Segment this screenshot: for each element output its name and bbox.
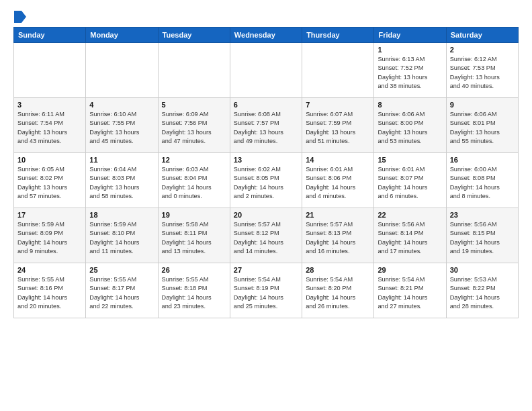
day-number: 18	[89, 211, 154, 219]
day-number: 20	[234, 211, 298, 219]
calendar-cell: 5Sunrise: 6:09 AM Sunset: 7:56 PM Daylig…	[158, 98, 230, 153]
day-number: 11	[89, 156, 154, 164]
calendar-cell: 19Sunrise: 5:58 AM Sunset: 8:11 PM Dayli…	[158, 208, 230, 263]
day-info: Sunrise: 5:55 AM Sunset: 8:16 PM Dayligh…	[17, 275, 82, 311]
calendar-cell: 17Sunrise: 5:59 AM Sunset: 8:09 PM Dayli…	[14, 208, 86, 263]
calendar-cell: 25Sunrise: 5:55 AM Sunset: 8:17 PM Dayli…	[86, 263, 158, 318]
day-number: 26	[162, 266, 226, 274]
day-number: 4	[89, 101, 154, 109]
day-info: Sunrise: 6:07 AM Sunset: 7:59 PM Dayligh…	[306, 110, 370, 146]
day-number: 6	[234, 101, 298, 109]
day-info: Sunrise: 6:01 AM Sunset: 8:07 PM Dayligh…	[378, 165, 442, 201]
day-number: 17	[17, 211, 82, 219]
col-header-thursday: Thursday	[302, 28, 374, 43]
calendar-cell: 24Sunrise: 5:55 AM Sunset: 8:16 PM Dayli…	[14, 263, 86, 318]
day-number: 13	[234, 156, 298, 164]
day-info: Sunrise: 5:55 AM Sunset: 8:18 PM Dayligh…	[162, 275, 226, 311]
day-number: 30	[450, 266, 515, 274]
day-number: 12	[162, 156, 226, 164]
day-info: Sunrise: 6:01 AM Sunset: 8:06 PM Dayligh…	[306, 165, 370, 201]
calendar-cell: 20Sunrise: 5:57 AM Sunset: 8:12 PM Dayli…	[230, 208, 302, 263]
calendar-cell: 11Sunrise: 6:04 AM Sunset: 8:03 PM Dayli…	[86, 153, 158, 208]
day-number: 29	[378, 266, 442, 274]
day-number: 19	[162, 211, 226, 219]
day-info: Sunrise: 5:59 AM Sunset: 8:09 PM Dayligh…	[17, 220, 82, 256]
day-info: Sunrise: 6:03 AM Sunset: 8:04 PM Dayligh…	[162, 165, 226, 201]
day-info: Sunrise: 6:06 AM Sunset: 8:01 PM Dayligh…	[450, 110, 515, 146]
calendar-cell	[14, 43, 86, 98]
calendar-cell: 14Sunrise: 6:01 AM Sunset: 8:06 PM Dayli…	[302, 153, 374, 208]
calendar-cell	[158, 43, 230, 98]
day-info: Sunrise: 6:11 AM Sunset: 7:54 PM Dayligh…	[17, 110, 82, 146]
calendar-cell: 16Sunrise: 6:00 AM Sunset: 8:08 PM Dayli…	[446, 153, 518, 208]
day-number: 27	[234, 266, 298, 274]
calendar-cell: 26Sunrise: 5:55 AM Sunset: 8:18 PM Dayli…	[158, 263, 230, 318]
calendar-cell	[230, 43, 302, 98]
calendar-cell: 10Sunrise: 6:05 AM Sunset: 8:02 PM Dayli…	[14, 153, 86, 208]
calendar-cell: 21Sunrise: 5:57 AM Sunset: 8:13 PM Dayli…	[302, 208, 374, 263]
day-info: Sunrise: 5:56 AM Sunset: 8:14 PM Dayligh…	[378, 220, 442, 256]
col-header-sunday: Sunday	[14, 28, 86, 43]
day-number: 25	[89, 266, 154, 274]
day-info: Sunrise: 5:57 AM Sunset: 8:12 PM Dayligh…	[234, 220, 298, 256]
day-number: 8	[378, 101, 442, 109]
calendar-cell: 9Sunrise: 6:06 AM Sunset: 8:01 PM Daylig…	[446, 98, 518, 153]
day-info: Sunrise: 5:53 AM Sunset: 8:22 PM Dayligh…	[450, 275, 515, 311]
calendar-cell: 1Sunrise: 6:13 AM Sunset: 7:52 PM Daylig…	[374, 43, 446, 98]
calendar-cell: 8Sunrise: 6:06 AM Sunset: 8:00 PM Daylig…	[374, 98, 446, 153]
calendar-cell: 13Sunrise: 6:02 AM Sunset: 8:05 PM Dayli…	[230, 153, 302, 208]
day-number: 1	[378, 46, 442, 54]
day-number: 3	[17, 101, 82, 109]
day-info: Sunrise: 5:55 AM Sunset: 8:17 PM Dayligh…	[89, 275, 154, 311]
day-number: 28	[306, 266, 370, 274]
svg-marker-0	[14, 11, 26, 23]
day-number: 2	[450, 46, 515, 54]
calendar-cell: 28Sunrise: 5:54 AM Sunset: 8:20 PM Dayli…	[302, 263, 374, 318]
calendar-week-4: 17Sunrise: 5:59 AM Sunset: 8:09 PM Dayli…	[14, 208, 519, 263]
day-info: Sunrise: 6:13 AM Sunset: 7:52 PM Dayligh…	[378, 55, 442, 91]
day-number: 15	[378, 156, 442, 164]
calendar-week-1: 1Sunrise: 6:13 AM Sunset: 7:52 PM Daylig…	[14, 43, 519, 98]
calendar-cell	[302, 43, 374, 98]
day-number: 22	[378, 211, 442, 219]
day-info: Sunrise: 5:57 AM Sunset: 8:13 PM Dayligh…	[306, 220, 370, 256]
day-info: Sunrise: 6:02 AM Sunset: 8:05 PM Dayligh…	[234, 165, 298, 201]
day-info: Sunrise: 5:59 AM Sunset: 8:10 PM Dayligh…	[89, 220, 154, 256]
calendar-cell: 4Sunrise: 6:10 AM Sunset: 7:55 PM Daylig…	[86, 98, 158, 153]
calendar-cell: 3Sunrise: 6:11 AM Sunset: 7:54 PM Daylig…	[14, 98, 86, 153]
day-number: 16	[450, 156, 515, 164]
calendar-header-row: SundayMondayTuesdayWednesdayThursdayFrid…	[14, 28, 519, 43]
calendar-cell: 23Sunrise: 5:56 AM Sunset: 8:15 PM Dayli…	[446, 208, 518, 263]
col-header-tuesday: Tuesday	[158, 28, 230, 43]
day-number: 21	[306, 211, 370, 219]
day-info: Sunrise: 6:06 AM Sunset: 8:00 PM Dayligh…	[378, 110, 442, 146]
day-info: Sunrise: 6:10 AM Sunset: 7:55 PM Dayligh…	[89, 110, 154, 146]
calendar-cell: 15Sunrise: 6:01 AM Sunset: 8:07 PM Dayli…	[374, 153, 446, 208]
logo-icon	[14, 11, 26, 23]
day-info: Sunrise: 6:12 AM Sunset: 7:53 PM Dayligh…	[450, 55, 515, 91]
calendar-cell: 30Sunrise: 5:53 AM Sunset: 8:22 PM Dayli…	[446, 263, 518, 318]
calendar-cell: 6Sunrise: 6:08 AM Sunset: 7:57 PM Daylig…	[230, 98, 302, 153]
calendar-cell: 22Sunrise: 5:56 AM Sunset: 8:14 PM Dayli…	[374, 208, 446, 263]
calendar-cell: 18Sunrise: 5:59 AM Sunset: 8:10 PM Dayli…	[86, 208, 158, 263]
col-header-saturday: Saturday	[446, 28, 518, 43]
col-header-wednesday: Wednesday	[230, 28, 302, 43]
calendar-cell	[86, 43, 158, 98]
calendar-week-3: 10Sunrise: 6:05 AM Sunset: 8:02 PM Dayli…	[14, 153, 519, 208]
day-info: Sunrise: 6:00 AM Sunset: 8:08 PM Dayligh…	[450, 165, 515, 201]
day-number: 23	[450, 211, 515, 219]
calendar-cell: 7Sunrise: 6:07 AM Sunset: 7:59 PM Daylig…	[302, 98, 374, 153]
day-number: 24	[17, 266, 82, 274]
calendar-cell: 2Sunrise: 6:12 AM Sunset: 7:53 PM Daylig…	[446, 43, 518, 98]
day-number: 5	[162, 101, 226, 109]
day-info: Sunrise: 6:04 AM Sunset: 8:03 PM Dayligh…	[89, 165, 154, 201]
day-number: 10	[17, 156, 82, 164]
logo	[13, 11, 27, 21]
day-info: Sunrise: 5:56 AM Sunset: 8:15 PM Dayligh…	[450, 220, 515, 256]
page-header	[13, 11, 519, 21]
calendar-cell: 29Sunrise: 5:54 AM Sunset: 8:21 PM Dayli…	[374, 263, 446, 318]
calendar-week-5: 24Sunrise: 5:55 AM Sunset: 8:16 PM Dayli…	[14, 263, 519, 318]
calendar-cell: 27Sunrise: 5:54 AM Sunset: 8:19 PM Dayli…	[230, 263, 302, 318]
col-header-friday: Friday	[374, 28, 446, 43]
col-header-monday: Monday	[86, 28, 158, 43]
